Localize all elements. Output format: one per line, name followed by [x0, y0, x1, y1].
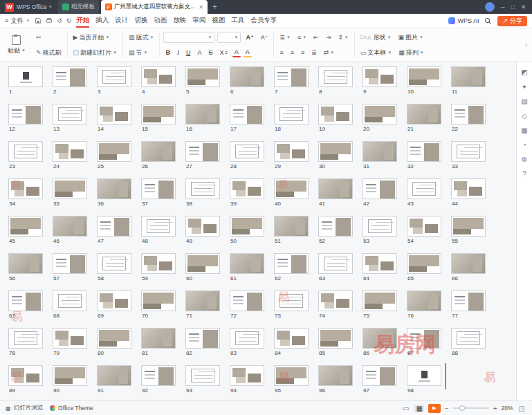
slide-thumbnail[interactable] [407, 328, 441, 349]
help-panel-icon[interactable]: ? [522, 171, 526, 178]
slide-thumbnail[interactable] [407, 104, 441, 124]
slide-thumbnail[interactable] [407, 253, 441, 274]
slide-thumbnail[interactable] [230, 178, 264, 199]
slide-thumbnail[interactable] [318, 328, 353, 349]
align-center-button[interactable]: ≡ [288, 48, 296, 57]
menu-item-会员专享[interactable]: 会员专享 [250, 14, 277, 28]
redo-icon[interactable]: ↻ [66, 17, 72, 24]
play-from-current-button[interactable]: ▶ 当页开始 ▼ [71, 33, 112, 43]
minimize-button[interactable]: ─ [501, 3, 505, 10]
menu-item-审阅[interactable]: 审阅 [192, 14, 205, 28]
wps-ai-button[interactable]: WPS AI [448, 17, 479, 24]
slide-thumbnail[interactable] [318, 66, 353, 87]
slide-thumbnail[interactable] [97, 253, 131, 274]
menu-item-插入[interactable]: 插入 [95, 14, 109, 28]
new-slide-button[interactable]: ▢ 新建幻灯片 ▼ [71, 48, 119, 58]
slide-thumbnail[interactable] [97, 141, 131, 162]
slide-thumbnail[interactable] [318, 178, 353, 199]
slide-thumbnail[interactable] [141, 141, 176, 162]
slide-thumbnail[interactable] [230, 290, 264, 311]
undo-icon[interactable]: ↺ [57, 17, 62, 24]
slide-thumbnail[interactable] [318, 104, 353, 124]
share-button[interactable]: ↗ 分享 [497, 16, 527, 26]
font-size-select[interactable]: ▼ [217, 32, 241, 43]
cut-button[interactable]: ✂ [34, 33, 44, 42]
new-tab-button[interactable]: + [212, 2, 217, 12]
slide-thumbnail[interactable] [274, 290, 309, 311]
settings-panel-icon[interactable]: ⚙ [522, 156, 528, 163]
underline-button[interactable]: U [184, 48, 193, 57]
slide-thumbnail[interactable] [363, 328, 397, 349]
print-icon[interactable] [46, 17, 53, 24]
slide-thumbnail[interactable] [363, 253, 397, 274]
picture-button[interactable]: ▣ 图片 ▼ [396, 33, 425, 43]
slide-thumbnail[interactable] [274, 141, 309, 162]
slide-thumbnail[interactable] [8, 178, 43, 199]
slide-thumbnail[interactable] [8, 290, 43, 311]
slide-thumbnail[interactable] [8, 365, 43, 386]
slide-thumbnail[interactable] [97, 365, 131, 386]
slide-thumbnail[interactable] [185, 178, 220, 199]
slide-thumbnail[interactable] [53, 290, 87, 311]
align-left-button[interactable]: ≡ [277, 48, 285, 57]
slide-thumbnail[interactable] [97, 216, 131, 237]
slide-thumbnail[interactable] [97, 66, 131, 87]
slide-thumbnail[interactable] [274, 104, 309, 124]
slide-thumbnail[interactable] [8, 328, 43, 349]
slide-thumbnail[interactable] [451, 104, 486, 124]
maximize-button[interactable]: □ [511, 3, 515, 10]
arrange-button[interactable]: ▦ 排列 ▼ [396, 48, 425, 58]
strikethrough-button[interactable]: S [206, 48, 214, 57]
slide-thumbnail[interactable] [8, 216, 43, 237]
slide-thumbnail[interactable] [363, 290, 397, 311]
menu-item-动画[interactable]: 动画 [154, 14, 167, 28]
align-right-button[interactable]: ≡ [299, 48, 306, 57]
slide-thumbnail[interactable] [53, 328, 87, 349]
zoom-in-button[interactable]: + [493, 405, 497, 412]
decrease-indent-button[interactable]: ⇤ [311, 33, 321, 42]
slide-thumbnail[interactable] [141, 178, 176, 199]
slide-thumbnail[interactable] [451, 141, 486, 162]
slide-thumbnail[interactable] [407, 178, 441, 199]
text-direction-button[interactable]: ⇄▼ [322, 48, 337, 57]
slide-thumbnail[interactable] [141, 328, 176, 349]
slide-sorter-canvas[interactable]: 1234567891011121314151617181920212223242… [0, 62, 516, 400]
line-spacing-button[interactable]: ⇕▼ [336, 33, 351, 42]
character-shading-button[interactable]: A [195, 48, 203, 57]
slide-thumbnail[interactable] [451, 178, 486, 199]
slide-thumbnail[interactable] [8, 104, 43, 124]
slide-thumbnail[interactable] [230, 216, 264, 237]
menu-item-放映[interactable]: 放映 [173, 14, 186, 28]
slide-thumbnail[interactable] [53, 178, 87, 199]
shapes-button[interactable]: □○△ 形状 ▼ [358, 33, 394, 43]
slide-thumbnail[interactable] [274, 216, 309, 237]
slide-thumbnail[interactable] [185, 141, 220, 162]
slide-thumbnail[interactable] [451, 290, 486, 311]
slide-thumbnail[interactable] [53, 66, 87, 87]
increase-indent-button[interactable]: ⇥ [324, 33, 333, 42]
slide-thumbnail[interactable] [230, 253, 264, 274]
slide-thumbnail[interactable] [53, 216, 87, 237]
history-panel-icon[interactable]: ◔ [522, 142, 526, 149]
close-button[interactable]: ✕ [521, 3, 526, 10]
close-tab-icon[interactable]: ✕ [199, 4, 203, 10]
outline-panel-icon[interactable]: ▤ [521, 98, 527, 105]
slideshow-play-button[interactable]: ▶ [428, 404, 441, 413]
slide-thumbnail[interactable] [274, 66, 309, 87]
slide-thumbnail[interactable] [274, 253, 309, 274]
slide-thumbnail[interactable] [141, 104, 176, 124]
superscript-button[interactable]: X2 [217, 48, 229, 57]
section-button[interactable]: ▤ 节 ▼ [127, 48, 149, 58]
slide-thumbnail[interactable] [53, 365, 87, 386]
save-icon[interactable] [35, 17, 42, 24]
slide-thumbnail[interactable] [363, 66, 397, 87]
slide-thumbnail[interactable] [407, 66, 441, 87]
slide-thumbnail[interactable] [230, 66, 264, 87]
highlight-color-button[interactable]: A [244, 48, 252, 57]
menu-item-切换[interactable]: 切换 [134, 14, 147, 28]
numbering-button[interactable]: ≡▼ [295, 33, 309, 42]
slide-thumbnail[interactable] [451, 216, 486, 237]
fit-to-window-button[interactable]: ◳ [517, 405, 526, 412]
slide-thumbnail[interactable] [451, 253, 486, 274]
slide-thumbnail[interactable] [318, 216, 353, 237]
